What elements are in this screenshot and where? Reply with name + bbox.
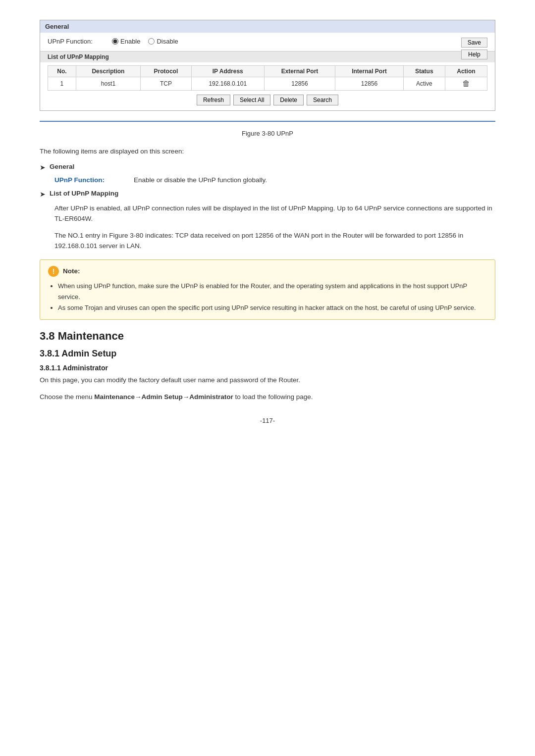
list-para1: After UPnP is enabled, all UPnP connecti… [54,203,495,224]
col-status: Status [403,66,445,77]
radio-group: Enable Disable [112,38,178,45]
admin-para2-suffix: to load the following page. [233,393,313,401]
note-bullets: When using UPnP function, make sure the … [58,281,487,313]
disable-radio[interactable] [148,38,155,45]
enable-radio[interactable] [112,38,118,45]
admin-para2-prefix: Choose the menu [40,393,94,401]
delete-icon[interactable]: 🗑 [462,79,470,88]
cell-action[interactable]: 🗑 [445,77,487,91]
note-title: Note: [63,267,80,275]
col-internal-port: Internal Port [335,66,403,77]
upnp-table: No. Description Protocol IP Address Exte… [48,65,487,91]
table-header-row: No. Description Protocol IP Address Exte… [48,66,487,77]
select-all-button[interactable]: Select All [233,95,270,105]
list-upnp-header: List of UPnP Mapping [40,51,495,62]
search-button[interactable]: Search [307,95,338,105]
panel-body: UPnP Function: Enable Disable Save Help … [40,33,495,110]
col-no: No. [48,66,76,77]
list-para2: The NO.1 entry in Figure 3-80 indicates:… [54,230,495,252]
general-section-title: General [50,163,74,170]
panel-divider [40,121,495,122]
col-external-port: External Port [264,66,335,77]
cell-ip: 192.168.0.101 [191,77,264,91]
general-subsection: UPnP Function: Enable or disable the UPn… [54,176,495,184]
col-action: Action [445,66,487,77]
col-description: Description [76,66,140,77]
list-section-title: List of UPnP Mapping [50,190,118,197]
col-ip: IP Address [191,66,264,77]
upnp-function-def-row: UPnP Function: Enable or disable the UPn… [54,176,495,184]
enable-radio-label[interactable]: Enable [112,38,140,45]
table-buttons: Refresh Select All Delete Search [48,95,487,105]
upnp-panel: General UPnP Function: Enable Disable Sa… [40,20,495,111]
cell-internal-port: 12856 [335,77,403,91]
admin-breadcrumb: Maintenance→Admin Setup→Administrator [94,393,233,401]
upnp-function-label: UPnP Function: [48,38,112,45]
enable-label: Enable [120,38,140,45]
figure-caption: Figure 3-80 UPnP [40,130,495,137]
cell-status: Active [403,77,445,91]
delete-button[interactable]: Delete [273,95,304,105]
cell-no: 1 [48,77,76,91]
upnp-function-desc: Enable or disable the UPnP function glob… [134,176,267,184]
col-protocol: Protocol [140,66,191,77]
upnp-function-term: UPnP Function: [54,176,134,184]
general-section-header: ➤ General [40,163,495,171]
upnp-function-row: UPnP Function: Enable Disable Save Help [48,38,487,45]
list-subsection: After UPnP is enabled, all UPnP connecti… [54,203,495,252]
cell-description: host1 [76,77,140,91]
panel-header: General [40,20,495,33]
help-button[interactable]: Help [461,50,487,59]
save-help-col: Save Help [461,38,487,59]
disable-radio-label[interactable]: Disable [148,38,178,45]
intro-text: The following items are displayed on thi… [40,146,495,157]
heading-38: 3.8 Maintenance [40,330,495,343]
warning-icon: ! [48,266,59,277]
note-box: ! Note: When using UPnP function, make s… [40,259,495,320]
arrow-icon-general: ➤ [40,163,46,171]
cell-external-port: 12856 [264,77,335,91]
arrow-icon-list: ➤ [40,190,46,198]
note-bullet-1: When using UPnP function, make sure the … [58,281,487,302]
disable-label: Disable [157,38,178,45]
heading-381: 3.8.1 Admin Setup [40,349,495,359]
list-section-header: ➤ List of UPnP Mapping [40,190,495,198]
page-number: -117- [40,417,495,424]
heading-3811: 3.8.1.1 Administrator [40,364,495,372]
save-button[interactable]: Save [461,38,487,48]
note-bullet-2: As some Trojan and viruses can open the … [58,302,487,313]
table-row: 1 host1 TCP 192.168.0.101 12856 12856 Ac… [48,77,487,91]
admin-para2: Choose the menu Maintenance→Admin Setup→… [40,392,495,403]
note-header: ! Note: [48,266,487,277]
cell-protocol: TCP [140,77,191,91]
refresh-button[interactable]: Refresh [197,95,230,105]
admin-para1: On this page, you can modify the factory… [40,375,495,386]
